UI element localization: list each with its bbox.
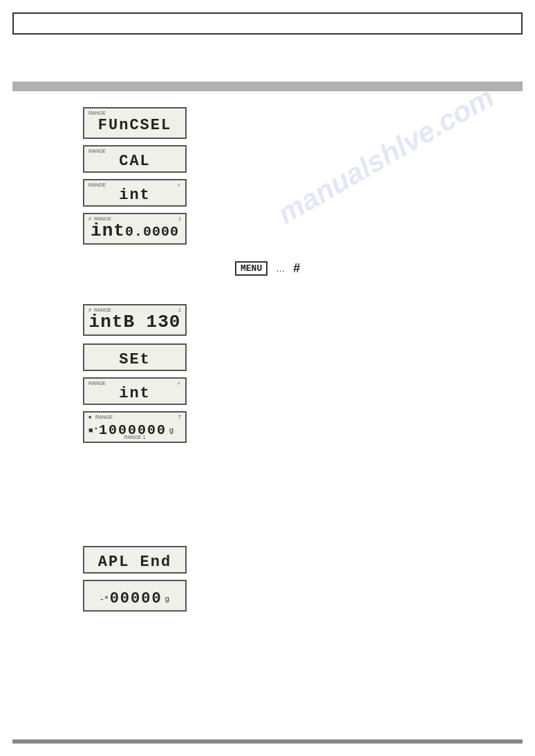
display-value-00000: - * 00000 g	[83, 580, 187, 612]
display-int-text: int	[119, 182, 151, 204]
display-intb130: # RANGE 1 intB 130	[83, 304, 187, 336]
display-1000000-hash: ■	[88, 415, 91, 419]
display-set: SEt	[83, 343, 187, 371]
hash-symbol: #	[293, 261, 300, 276]
display-intb130-label: RANGE	[94, 308, 111, 312]
display-00000-unit: g	[165, 594, 169, 603]
display-00000-star: *	[105, 594, 109, 604]
bottom-divider	[12, 739, 523, 744]
display-cal-label: RANGE	[88, 149, 106, 153]
display-value-1000000: ■ RANGE T ■ * 1000000 g RANGE 1	[83, 411, 187, 443]
top-bar	[12, 12, 523, 35]
display-00000-text: 00000	[110, 590, 162, 607]
display-funcsel-label: RANGE	[88, 111, 106, 115]
display-int-tick: ✓	[177, 182, 181, 188]
instruction-line: MENU … #	[235, 261, 300, 276]
display-int-value1: # RANGE 1 int0.0000	[83, 213, 187, 245]
display-int-value1-sublabel: 1	[178, 216, 181, 221]
display-1000000-label: RANGE	[95, 415, 113, 419]
display-1000000-star: *	[95, 426, 97, 434]
display-int-range-label: RANGE	[88, 182, 106, 187]
display-apl-end-text: APL End	[98, 549, 171, 571]
instruction-separator: …	[276, 263, 285, 274]
display-cal-text: CAL	[119, 149, 151, 170]
display-intb130-hash: #	[88, 308, 91, 312]
display-int-value1-hash: #	[88, 216, 91, 221]
display-funcsel-text: FUnCSEL	[98, 113, 171, 134]
display-intb130-sublabel: 1	[178, 308, 181, 312]
display-set-text: SEt	[119, 347, 151, 368]
display-funcsel: RANGE FUnCSEL	[83, 107, 187, 139]
display-int-label2: RANGE ✓ int	[83, 377, 187, 405]
display-1000000-unit: g	[169, 426, 173, 434]
watermark: manualshlve.com	[272, 79, 500, 231]
display-int2-text: int	[119, 381, 151, 402]
display-1000000-bottom-label: RANGE 1	[124, 435, 146, 440]
display-00000-dash: -	[100, 594, 103, 604]
display-1000000-prefix: ■	[88, 426, 93, 434]
display-int2-tick: ✓	[177, 381, 181, 386]
menu-box: MENU	[235, 261, 268, 276]
display-int-label: RANGE ✓ int	[83, 179, 187, 207]
display-apl-end: APL End	[83, 546, 187, 574]
section-divider	[12, 82, 523, 91]
display-int2-range-label: RANGE	[88, 381, 106, 386]
display-1000000-sublabel: T	[178, 415, 181, 419]
display-int-value1-label: RANGE	[94, 216, 111, 221]
display-cal: RANGE CAL	[83, 145, 187, 173]
